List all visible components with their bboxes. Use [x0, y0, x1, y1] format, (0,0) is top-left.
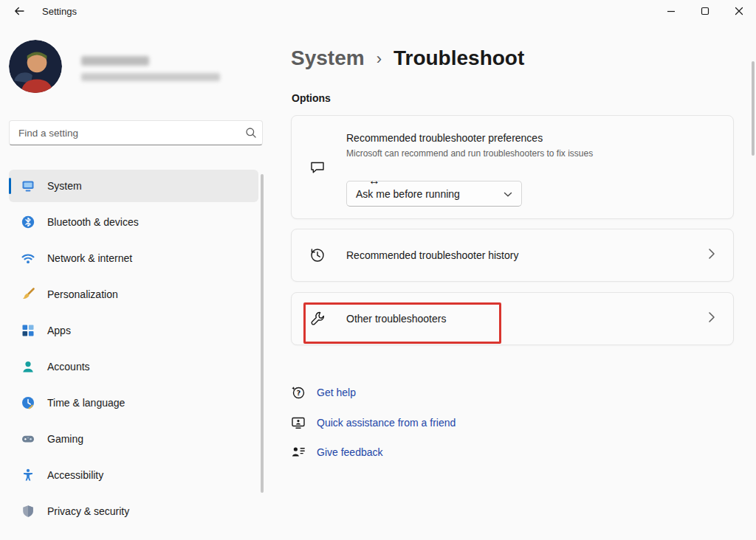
- clock-icon: [21, 395, 35, 410]
- preferences-title: Recommended troubleshooter preferences: [346, 132, 543, 144]
- page-scrollbar[interactable]: [752, 61, 755, 156]
- bluetooth-icon: [21, 215, 35, 229]
- breadcrumb-system[interactable]: System: [291, 46, 365, 70]
- sidebar-item-label: Time & language: [47, 397, 125, 409]
- troubleshooter-history-card[interactable]: Recommended troubleshooter history: [291, 229, 734, 282]
- sidebar-item-time-language[interactable]: Time & language: [9, 387, 258, 419]
- search-input[interactable]: [10, 121, 240, 145]
- sidebar-item-label: System: [47, 180, 82, 192]
- get-help-link[interactable]: ? Get help: [291, 382, 356, 403]
- sidebar-item-label: Accessibility: [47, 469, 103, 481]
- sidebar-item-label: Gaming: [47, 433, 83, 445]
- sidebar-item-label: Personalization: [47, 288, 118, 300]
- close-icon: [733, 5, 745, 19]
- search-box: [9, 120, 263, 145]
- paintbrush-icon: [21, 287, 35, 302]
- history-card-label: Recommended troubleshooter history: [346, 249, 518, 261]
- run-preference-dropdown[interactable]: Ask me before running: [346, 181, 522, 207]
- chevron-right-icon: [708, 248, 715, 263]
- game-controller-icon: [21, 432, 35, 446]
- other-troubleshooters-card[interactable]: Other troubleshooters: [291, 292, 734, 345]
- user-email-redacted: [81, 73, 220, 81]
- selected-accent-bar: [9, 178, 11, 194]
- quick-assist-link[interactable]: Quick assistance from a friend: [291, 412, 456, 433]
- preferences-description: Microsoft can recommend and run troubles…: [346, 148, 593, 159]
- chevron-right-icon: [708, 311, 715, 326]
- sidebar-item-personalization[interactable]: Personalization: [9, 278, 258, 311]
- minimize-button[interactable]: [654, 0, 688, 24]
- sidebar-item-gaming[interactable]: Gaming: [9, 423, 258, 455]
- wrench-icon: [309, 311, 326, 327]
- feedback-person-icon: [291, 445, 306, 460]
- user-name-redacted: [81, 56, 149, 66]
- sidebar-item-accounts[interactable]: Accounts: [9, 350, 258, 383]
- sidebar-item-network-internet[interactable]: Network & internet: [9, 242, 258, 274]
- sidebar-item-label: Network & internet: [47, 252, 132, 264]
- accessibility-person-icon: [21, 468, 35, 482]
- sidebar-item-accessibility[interactable]: Accessibility: [9, 459, 258, 491]
- apps-grid-icon: [21, 323, 35, 338]
- breadcrumb-separator-icon: ›: [377, 48, 382, 69]
- give-feedback-label: Give feedback: [317, 446, 383, 458]
- recommended-preferences-card: Recommended troubleshooter preferences M…: [291, 115, 734, 219]
- window-title: Settings: [42, 0, 77, 24]
- sidebar-item-privacy-security[interactable]: Privacy & security: [9, 495, 258, 527]
- options-section-title: Options: [292, 92, 331, 104]
- sidebar-item-label: Accounts: [47, 361, 90, 373]
- sidebar-item-label: Bluetooth & devices: [47, 216, 139, 228]
- person-icon: [21, 359, 35, 374]
- settings-window: Settings: [0, 0, 756, 540]
- sidebar-item-label: Privacy & security: [47, 505, 129, 517]
- give-feedback-link[interactable]: Give feedback: [291, 442, 383, 463]
- sidebar-item-apps[interactable]: Apps: [9, 314, 258, 347]
- shield-icon: [21, 504, 35, 519]
- other-card-label: Other troubleshooters: [346, 313, 446, 325]
- quick-assist-label: Quick assistance from a friend: [317, 417, 456, 429]
- maximize-icon: [699, 5, 711, 19]
- sidebar-item-bluetooth-devices[interactable]: Bluetooth & devices: [9, 206, 258, 238]
- help-question-icon: ?: [291, 385, 306, 400]
- avatar: [9, 40, 62, 93]
- window-controls: [654, 0, 756, 24]
- breadcrumb: System › Troubleshoot: [291, 43, 524, 74]
- back-arrow-icon: [13, 5, 25, 19]
- sidebar-item-label: Apps: [47, 325, 71, 336]
- speech-bubble-icon: [309, 159, 326, 176]
- remote-assist-screen-icon: [291, 415, 306, 430]
- system-monitor-icon: [21, 179, 35, 193]
- search-icon: [240, 127, 262, 139]
- get-help-label: Get help: [317, 387, 356, 398]
- page-title: Troubleshoot: [394, 46, 524, 70]
- minimize-icon: [665, 5, 677, 19]
- history-clock-icon: [309, 247, 326, 263]
- chevron-down-icon: [504, 188, 512, 200]
- titlebar: Settings: [0, 0, 756, 24]
- back-button[interactable]: [4, 1, 34, 23]
- close-button[interactable]: [722, 0, 756, 24]
- svg-text:?: ?: [297, 389, 301, 397]
- wifi-icon: [21, 251, 35, 266]
- maximize-button[interactable]: [688, 0, 722, 24]
- sidebar-item-system[interactable]: System: [9, 170, 258, 202]
- sidebar-scrollbar[interactable]: [261, 174, 264, 493]
- dropdown-value: Ask me before running: [356, 188, 460, 200]
- sidebar-nav: System Bluetooth & devices Network & int…: [9, 170, 258, 531]
